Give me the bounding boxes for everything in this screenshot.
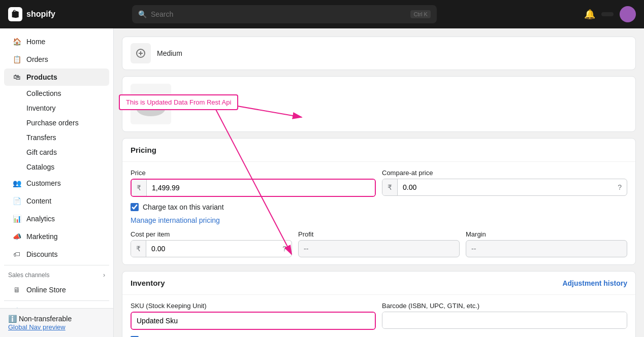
home-icon: 🏠	[12, 37, 21, 46]
sidebar-item-collections[interactable]: Collections	[22, 86, 109, 100]
price-input[interactable]	[147, 180, 375, 196]
sidebar-bottom-title: ℹ️ Non-transferable	[8, 315, 105, 323]
inventory-section-header: Inventory Adjustment history	[122, 272, 635, 295]
search-bar[interactable]: 🔍 Ctrl K	[132, 5, 437, 23]
expand-sales-channels-icon[interactable]: ›	[103, 272, 105, 279]
pricing-section-header: Pricing	[122, 139, 635, 162]
cost-help-icon[interactable]: ?	[277, 241, 292, 257]
sidebar-bottom: ℹ️ Non-transferable Global Nav preview	[0, 308, 113, 337]
barcode-label: Barcode (ISBN, UPC, GTIN, etc.)	[382, 302, 627, 310]
info-icon: ℹ️	[8, 315, 17, 323]
search-shortcut: Ctrl K	[410, 10, 431, 18]
price-currency: ₹	[132, 180, 147, 196]
price-group: Price ₹	[131, 169, 376, 197]
variant-label: Medium	[157, 49, 182, 57]
sidebar-item-marketing[interactable]: 📣 Marketing	[4, 228, 109, 245]
profit-group: Profit --	[298, 230, 460, 257]
compare-at-input[interactable]	[398, 179, 613, 195]
sidebar-scroll: 🏠 Home 📋 Orders 🛍 Products Collections I…	[0, 28, 113, 308]
cost-label: Cost per item	[131, 230, 292, 238]
sidebar-item-analytics-label: Analytics	[26, 215, 55, 223]
sidebar-item-inventory[interactable]: Inventory	[22, 101, 109, 115]
logo-text: shopify	[26, 10, 55, 19]
search-input[interactable]	[151, 10, 407, 18]
price-input-wrapper: ₹	[131, 179, 376, 197]
sidebar-item-transfers[interactable]: Transfers	[22, 130, 109, 145]
sidebar-item-home[interactable]: 🏠 Home	[4, 33, 109, 50]
sku-group: SKU (Stock Keeping Unit)	[131, 302, 376, 330]
barcode-input-wrapper	[382, 312, 627, 329]
discounts-icon: 🏷	[12, 250, 21, 259]
margin-group: Margin --	[466, 230, 627, 257]
sku-label: SKU (Stock Keeping Unit)	[131, 302, 376, 310]
notifications-button[interactable]: 🔔	[584, 9, 595, 20]
adjustment-history-link[interactable]: Adjustment history	[562, 279, 627, 287]
pricing-title: Pricing	[131, 146, 156, 154]
sidebar-item-content[interactable]: 📄 Content	[4, 192, 109, 210]
orders-icon: 📋	[12, 55, 21, 64]
compare-currency: ₹	[382, 179, 398, 195]
cost-input[interactable]	[146, 241, 277, 257]
shopify-bag-icon	[8, 7, 22, 21]
sidebar-item-customers[interactable]: 👥 Customers	[4, 175, 109, 192]
compare-at-input-wrapper: ₹ ?	[382, 179, 627, 196]
variant-icon	[131, 43, 151, 63]
sidebar-item-orders[interactable]: 📋 Orders	[4, 51, 109, 68]
manage-pricing-link[interactable]: Manage international pricing	[131, 216, 220, 224]
content-area: This is Updated Data From Rest Api	[114, 28, 644, 337]
sidebar-divider-2	[4, 300, 109, 301]
analytics-icon: 📊	[12, 214, 21, 223]
annotation-box: This is Updated Data From Rest Api	[119, 94, 238, 110]
products-submenu: Collections Inventory Purchase orders Tr…	[0, 86, 113, 174]
topnav-right: 🔔	[584, 6, 636, 22]
variant-card: Medium	[122, 37, 636, 70]
inventory-section-body: SKU (Stock Keeping Unit) Barcode (ISBN, …	[122, 295, 635, 337]
customers-icon: 👥	[12, 179, 21, 188]
cost-input-wrapper: ₹ ?	[131, 240, 292, 257]
profit-value: --	[298, 240, 460, 257]
help-icon[interactable]: ?	[613, 179, 627, 195]
sidebar-item-online-store[interactable]: 🖥 Online Store	[4, 281, 109, 298]
barcode-input[interactable]	[382, 312, 627, 328]
sidebar-item-marketing-label: Marketing	[26, 232, 57, 241]
sku-input-wrapper	[131, 312, 376, 330]
search-icon: 🔍	[138, 10, 147, 18]
sidebar-item-catalogs[interactable]: Catalogs	[22, 160, 109, 174]
store-selector[interactable]	[601, 12, 614, 16]
sidebar-item-products[interactable]: 🛍 Products	[4, 69, 109, 86]
shopify-logo: shopify	[8, 7, 55, 21]
barcode-group: Barcode (ISBN, UPC, GTIN, etc.)	[382, 302, 627, 330]
pricing-section-body: Price ₹ Compare-at price ₹ ?	[122, 162, 635, 264]
sidebar-item-content-label: Content	[26, 197, 51, 205]
sales-channels-label: Sales channels ›	[0, 267, 113, 281]
marketing-icon: 📣	[12, 232, 21, 241]
pricing-section: Pricing Price ₹ Compare-at price ₹	[122, 138, 636, 265]
sidebar-divider-1	[4, 265, 109, 265]
sidebar: 🏠 Home 📋 Orders 🛍 Products Collections I…	[0, 28, 114, 337]
margin-label: Margin	[466, 230, 627, 238]
inventory-section: Inventory Adjustment history SKU (Stock …	[122, 271, 636, 337]
cost-currency: ₹	[131, 241, 146, 257]
sidebar-item-products-label: Products	[26, 73, 57, 81]
sidebar-item-analytics[interactable]: 📊 Analytics	[4, 210, 109, 227]
top-navigation: shopify 🔍 Ctrl K 🔔	[0, 0, 644, 28]
products-icon: 🛍	[12, 73, 21, 82]
charge-tax-checkbox[interactable]	[131, 203, 139, 211]
inventory-title: Inventory	[131, 279, 165, 287]
sidebar-item-purchase-orders[interactable]: Purchase orders	[22, 116, 109, 130]
sidebar-item-discounts[interactable]: 🏷 Discounts	[4, 246, 109, 263]
sidebar-item-settings[interactable]: ⚙️ Settings	[4, 303, 109, 308]
avatar[interactable]	[620, 6, 636, 22]
sku-input[interactable]	[132, 313, 375, 329]
sidebar-item-gift-cards[interactable]: Gift cards	[22, 145, 109, 159]
sidebar-item-online-store-label: Online Store	[26, 286, 66, 294]
content-icon: 📄	[12, 196, 21, 206]
cost-profit-margin-row: Cost per item ₹ ? Profit -- Margin --	[131, 230, 627, 257]
sidebar-item-discounts-label: Discounts	[26, 250, 57, 258]
price-label: Price	[131, 169, 376, 177]
profit-label: Profit	[298, 230, 460, 238]
store-icon: 🖥	[12, 285, 21, 294]
margin-value: --	[466, 240, 627, 257]
global-nav-preview-link[interactable]: Global Nav preview	[8, 323, 66, 331]
compare-at-group: Compare-at price ₹ ?	[382, 169, 627, 197]
